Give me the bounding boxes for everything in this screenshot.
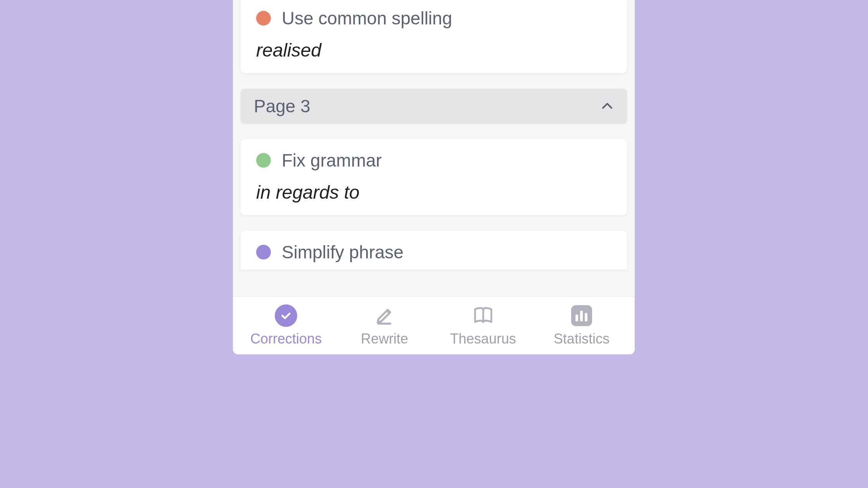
book-icon xyxy=(472,304,494,327)
category-dot-icon xyxy=(256,11,271,26)
nav-label: Thesaurus xyxy=(450,331,516,347)
corrections-list: Use common spelling realised Page 3 Fix … xyxy=(233,0,635,296)
nav-statistics[interactable]: Statistics xyxy=(532,304,631,347)
nav-label: Rewrite xyxy=(361,331,408,347)
bar-chart-icon xyxy=(570,304,593,327)
bottom-nav: Corrections Rewrite Thesaurus xyxy=(233,296,635,354)
check-circle-icon xyxy=(275,304,297,327)
category-dot-icon xyxy=(256,245,271,259)
correction-card[interactable]: Simplify phrase xyxy=(241,231,627,270)
correction-title: Use common spelling xyxy=(282,8,452,29)
correction-snippet: in regards to xyxy=(256,182,611,203)
nav-rewrite[interactable]: Rewrite xyxy=(335,304,434,347)
correction-title: Simplify phrase xyxy=(282,242,403,263)
category-dot-icon xyxy=(256,153,271,168)
corrections-panel: Use common spelling realised Page 3 Fix … xyxy=(233,0,635,354)
correction-card[interactable]: Use common spelling realised xyxy=(241,0,627,73)
page-section-label: Page 3 xyxy=(254,96,310,117)
pencil-icon xyxy=(373,304,396,327)
nav-label: Corrections xyxy=(250,331,322,347)
nav-thesaurus[interactable]: Thesaurus xyxy=(434,304,532,347)
correction-card[interactable]: Fix grammar in regards to xyxy=(241,139,627,215)
correction-snippet: realised xyxy=(256,40,611,61)
chevron-up-icon xyxy=(600,99,615,113)
page-section-header[interactable]: Page 3 xyxy=(241,89,627,124)
nav-corrections[interactable]: Corrections xyxy=(237,304,335,347)
correction-title: Fix grammar xyxy=(282,150,382,171)
nav-label: Statistics xyxy=(554,331,610,347)
